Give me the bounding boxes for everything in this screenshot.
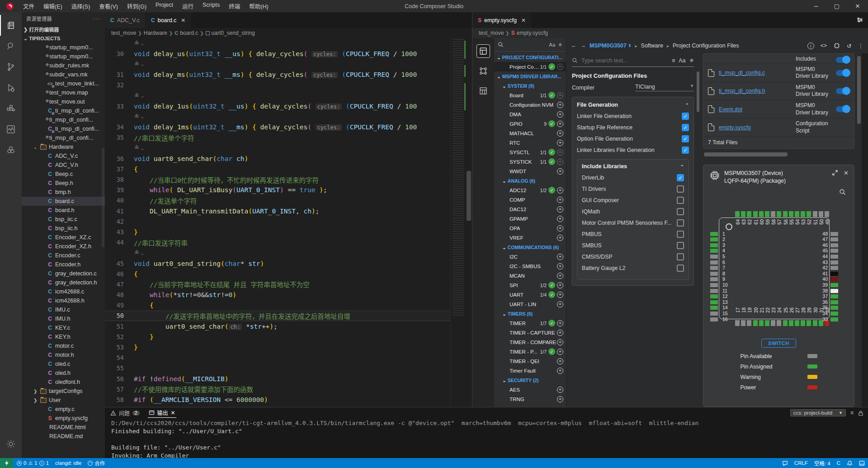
tree-item-KEY.c[interactable]: C KEY.c — [22, 323, 105, 332]
pin-23[interactable] — [771, 320, 775, 326]
tree-item-IMU.h[interactable]: C IMU.h — [22, 314, 105, 323]
tree-folder-targetConfigs[interactable]: ❯targetConfigs — [22, 387, 105, 396]
module-group[interactable]: ⌄TIMERS (6) — [494, 309, 566, 318]
tree-item-IMU.c[interactable]: C IMU.c — [22, 305, 105, 314]
tree-item-board.c[interactable]: C board.c — [22, 197, 105, 206]
code-line[interactable]: 52 } — [105, 331, 450, 342]
chevron-down-icon[interactable]: ⌄ — [141, 93, 144, 98]
module-group[interactable]: ⌄SECURITY (2) — [494, 375, 566, 385]
checkbox[interactable]: ✓ — [682, 124, 689, 131]
add-module-icon[interactable]: + — [557, 358, 563, 364]
menu-item[interactable]: 转到(G) — [123, 0, 151, 12]
code-line[interactable]: 59//如果编译器是AC5 就定义下面这个结构体 — [105, 405, 450, 407]
lingma-inline-icon[interactable] — [134, 144, 140, 151]
add-module-icon[interactable]: + — [557, 339, 563, 345]
generated-file-link[interactable]: Event.dot — [719, 106, 796, 113]
tree-item-test_move.out[interactable]: ⚙ test_move.out — [22, 97, 105, 106]
chevron-down-icon[interactable]: ⌄ — [141, 251, 144, 255]
tree-item-oledfont.h[interactable]: C oledfont.h — [22, 378, 105, 387]
module-SPI[interactable]: SPI1/2✓ + — [494, 280, 566, 290]
module-OPA[interactable]: OPA + — [494, 223, 566, 233]
add-module-icon[interactable]: + — [557, 168, 563, 175]
module-I2C - SMBUS[interactable]: I2C - SMBUS + — [494, 261, 566, 271]
tree-item-Encoder.c[interactable]: C Encoder.c — [22, 251, 105, 260]
module-DMA[interactable]: DMA + — [494, 109, 566, 119]
module-GPAMP[interactable]: GPAMP + — [494, 214, 566, 223]
pin-3[interactable] — [710, 243, 718, 247]
code-line[interactable]: 44//串口发送字符串 — [105, 237, 450, 248]
pin-10[interactable] — [710, 283, 718, 287]
explorer-icon[interactable] — [0, 15, 22, 36]
pin-14[interactable] — [710, 306, 718, 310]
tab-ADC_V.c[interactable]: C ADC_V.c — [105, 12, 146, 28]
indent-indicator[interactable]: 空格: 4 — [811, 458, 834, 468]
pin-8[interactable] — [710, 272, 718, 276]
pin-12[interactable] — [710, 294, 718, 298]
add-module-icon[interactable]: + — [557, 254, 563, 260]
code-line[interactable]: 30void delay_us(uint32_t __us) { delay_c… — [105, 48, 450, 59]
tree-item-Encoder.h[interactable]: C Encoder.h — [22, 260, 105, 269]
code-line[interactable]: 33void delay_1us(uint32_t __us) { delay_… — [105, 101, 450, 111]
search-icon[interactable] — [839, 189, 846, 195]
config-search[interactable]: ≡ Aa ✳ — [572, 54, 694, 67]
pin-55[interactable] — [789, 211, 793, 217]
add-module-icon[interactable]: + — [557, 301, 563, 307]
tiprojects-section[interactable]: ⌄TIPROJECTS — [22, 34, 105, 43]
pin-11[interactable] — [710, 289, 718, 293]
task-selector[interactable]: ccs: project-build▼ — [790, 409, 846, 416]
pin-39[interactable] — [830, 283, 838, 287]
tree-item-gray_detection.h[interactable]: C gray_detection.h — [22, 278, 105, 287]
tree-folder-Hardware[interactable]: ⌄Hardware — [22, 142, 105, 151]
nav-back-icon[interactable]: ← — [571, 43, 577, 49]
add-module-icon[interactable]: + — [557, 140, 563, 146]
module-UART[interactable]: UART1/4✓ + — [494, 290, 566, 299]
settings-gear-icon[interactable] — [0, 434, 22, 454]
code-line[interactable]: 49 { — [105, 300, 450, 311]
chevron-down-icon[interactable]: ⌄ — [141, 41, 144, 46]
lingma-inline-icon[interactable] — [134, 92, 140, 99]
tree-item-bmp.h[interactable]: C bmp.h — [22, 188, 105, 197]
tree-item-Beep.h[interactable]: C Beep.h — [22, 179, 105, 188]
pin-64[interactable] — [735, 211, 740, 217]
code-line[interactable]: 37{ — [105, 164, 450, 174]
code-editor[interactable]: ⌄30void delay_us(uint32_t __us) { delay_… — [105, 38, 450, 407]
file-toggle[interactable] — [836, 88, 849, 94]
pin-25[interactable] — [783, 320, 788, 326]
module-group[interactable]: ⌄SYSTEM (9) — [494, 81, 566, 90]
module-COMP[interactable]: COMP + — [494, 195, 566, 204]
nav-crumb[interactable]: Project Configuration Files — [673, 43, 739, 49]
module-GPIO[interactable]: GPIO9✓ + — [494, 119, 566, 128]
tree-item-Encoder_XZ.c[interactable]: C Encoder_XZ.c — [22, 233, 105, 242]
pin-34[interactable] — [830, 312, 838, 316]
code-line[interactable]: 38 //当串口0忙的时候等待，不忙的时候再发送传进来的字符 — [105, 174, 450, 184]
pin-1[interactable] — [710, 232, 718, 236]
tree-item-ti_msp_dl_confi...[interactable]: ⚙ ti_msp_dl_confi... — [22, 133, 105, 142]
checkbox[interactable] — [677, 185, 684, 193]
menu-item[interactable]: 编辑(E) — [39, 0, 66, 12]
pin-42[interactable] — [830, 266, 838, 270]
module-TIMER - COMPARE[interactable]: TIMER - COMPARE + — [494, 337, 566, 347]
code-line[interactable]: 45void uart0_send_string(char* str) — [105, 258, 450, 269]
tree-item-bsp_iic.c[interactable]: C bsp_iic.c — [22, 215, 105, 224]
close-tab-icon[interactable]: ✕ — [181, 17, 185, 24]
add-module-icon[interactable]: + — [557, 320, 563, 326]
generated-file-link[interactable]: empty.syscfg — [719, 124, 796, 131]
pin-51[interactable] — [813, 211, 817, 217]
code-line[interactable]: 51 uart0_send_char(ch: *str++); — [105, 321, 450, 331]
tree-item-README.md[interactable]: README.md — [22, 432, 105, 441]
checkbox[interactable]: ✓ — [682, 135, 689, 142]
code-line[interactable]: 47 //当前字符串地址不在结尾 并且 字符串首地址不为空 — [105, 279, 450, 289]
code-line[interactable]: 42 — [105, 216, 450, 227]
add-module-icon[interactable]: + — [557, 111, 563, 118]
module-Timer Fault[interactable]: Timer Fault + — [494, 366, 566, 375]
code-line[interactable]: 36void uart0_send_char(char ch) — [105, 153, 450, 164]
menu-item[interactable]: Project — [151, 0, 177, 12]
add-module-icon[interactable]: + — [557, 159, 563, 165]
pin-57[interactable] — [777, 211, 781, 217]
tree-item-Encoder_XZ.h[interactable]: C Encoder_XZ.h — [22, 242, 105, 251]
pin-27[interactable] — [795, 320, 799, 326]
tree-item-bsp_iic.h[interactable]: C bsp_iic.h — [22, 224, 105, 233]
explorer-more-actions[interactable]: ··· — [93, 16, 100, 21]
lingma-inline-icon[interactable] — [134, 40, 140, 47]
add-module-icon[interactable]: + — [557, 149, 563, 156]
